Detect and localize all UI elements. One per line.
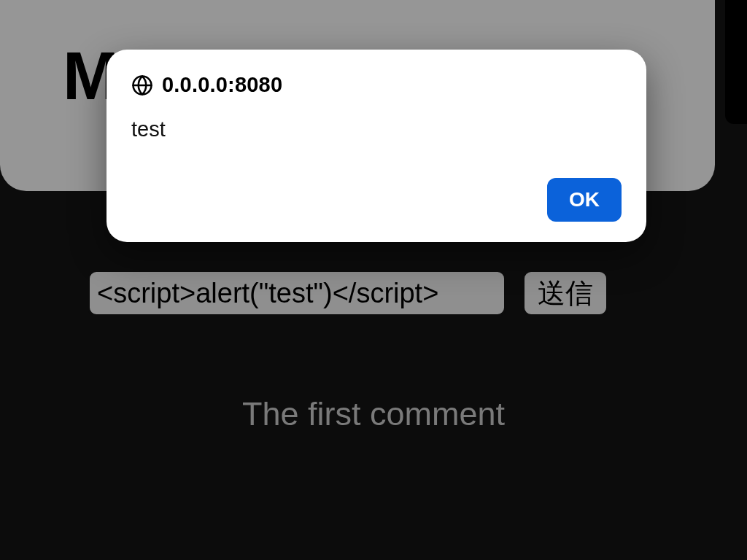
ok-button[interactable]: OK — [547, 178, 622, 222]
alert-host: 0.0.0.0:8080 — [162, 73, 282, 97]
alert-dialog: 0.0.0.0:8080 test OK — [107, 50, 646, 242]
alert-header: 0.0.0.0:8080 — [131, 73, 622, 97]
alert-actions: OK — [131, 178, 622, 222]
alert-message: test — [131, 117, 622, 141]
globe-icon — [131, 74, 153, 96]
